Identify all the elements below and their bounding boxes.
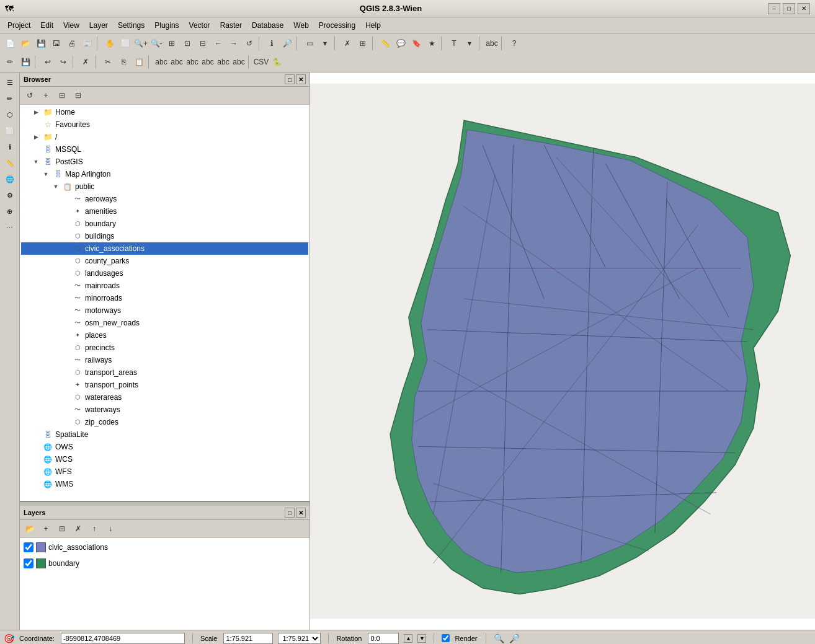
zoom-layer-btn[interactable]: ⊡ xyxy=(180,36,195,51)
tree-item-railways[interactable]: 〜railways xyxy=(21,354,308,366)
label5-btn[interactable]: abc xyxy=(216,55,231,69)
more-tool[interactable]: ⋯ xyxy=(2,220,17,235)
save-edits-btn[interactable]: 💾 xyxy=(18,55,33,69)
tree-item-spatialite[interactable]: 🗄SpatiaLite xyxy=(21,428,308,441)
menu-view[interactable]: View xyxy=(58,19,84,32)
label3-btn[interactable]: abc xyxy=(185,55,200,69)
minimize-button[interactable]: – xyxy=(768,3,780,14)
menu-processing[interactable]: Processing xyxy=(314,19,360,32)
tree-item-home[interactable]: ▶📁Home xyxy=(21,106,308,118)
rotation-up-btn[interactable]: ▲ xyxy=(404,634,412,643)
tree-item-public[interactable]: ▼📋public xyxy=(21,180,308,193)
tree-item-motorways[interactable]: 〜motorways xyxy=(21,304,308,317)
tree-item-transport_areas[interactable]: ⬡transport_areas xyxy=(21,366,308,379)
menu-help[interactable]: Help xyxy=(360,19,386,32)
layers-add-layer-btn[interactable]: + xyxy=(38,521,53,536)
menu-layer[interactable]: Layer xyxy=(84,19,113,32)
browser-add-btn[interactable]: + xyxy=(38,88,53,103)
tree-item-map-arlington[interactable]: ▼🗄Map Arlington xyxy=(21,168,308,180)
deselect-btn[interactable]: ✗ xyxy=(340,36,355,51)
layers-up-btn[interactable]: ↑ xyxy=(87,521,102,536)
edit-mode-btn[interactable]: ✏ xyxy=(2,55,17,69)
identify-selection-btn[interactable]: 🔎 xyxy=(280,36,295,51)
layers-remove-btn[interactable]: ✗ xyxy=(71,521,86,536)
layers-pin-btn[interactable]: □ xyxy=(285,508,295,518)
menu-project[interactable]: Project xyxy=(2,19,35,32)
tree-item-county_parks[interactable]: ⬡county_parks xyxy=(21,255,308,267)
snap-tool[interactable]: ⊕ xyxy=(2,204,17,219)
python-btn[interactable]: 🐍 xyxy=(269,55,284,69)
menu-raster[interactable]: Raster xyxy=(215,19,247,32)
scale-input[interactable] xyxy=(223,633,273,644)
tree-item-waterways[interactable]: 〜waterways xyxy=(21,404,308,416)
tree-item-amenities[interactable]: ✦amenities xyxy=(21,205,308,218)
measure-btn[interactable]: 📏 xyxy=(378,36,393,51)
zoom-full-btn[interactable]: ⊞ xyxy=(164,36,179,51)
zoom-out-status-btn[interactable]: 🔍 xyxy=(494,633,504,643)
close-button[interactable]: ✕ xyxy=(798,3,810,14)
menu-plugins[interactable]: Plugins xyxy=(149,19,184,32)
open-table-btn[interactable]: ⊞ xyxy=(355,36,370,51)
tree-item-wms[interactable]: 🌐WMS xyxy=(21,478,308,490)
label2-btn[interactable]: abc xyxy=(169,55,184,69)
tree-item-favourites[interactable]: ☆Favourites xyxy=(21,118,308,131)
tree-item-postgis[interactable]: ▼🗄PostGIS xyxy=(21,156,308,168)
tree-item-civic_associations[interactable]: ⬡civic_associations xyxy=(21,242,308,255)
paste-btn[interactable]: 📋 xyxy=(131,55,146,69)
label1-btn[interactable]: abc xyxy=(154,55,169,69)
redo-btn[interactable]: ↪ xyxy=(56,55,71,69)
layers-open-layer-btn[interactable]: 📂 xyxy=(22,521,37,536)
copy-btn[interactable]: ⎘ xyxy=(116,55,131,69)
tree-item-boundary[interactable]: ⬡boundary xyxy=(21,218,308,230)
menu-edit[interactable]: Edit xyxy=(35,19,58,32)
zoom-in-status-btn[interactable]: 🔎 xyxy=(509,633,520,643)
tree-item-zip_codes[interactable]: ⬡zip_codes xyxy=(21,416,308,428)
save-project-btn[interactable]: 💾 xyxy=(33,36,48,51)
identify-btn[interactable]: ℹ xyxy=(264,36,279,51)
tree-item-buildings[interactable]: ⬡buildings xyxy=(21,230,308,242)
refresh-btn[interactable]: ↺ xyxy=(242,36,257,51)
zoom-prev-btn[interactable]: ← xyxy=(211,36,226,51)
zoom-selection-btn[interactable]: ⊟ xyxy=(195,36,210,51)
menu-web[interactable]: Web xyxy=(288,19,313,32)
select-tool[interactable]: ⬜ xyxy=(2,123,17,138)
settings-tool[interactable]: ⚙ xyxy=(2,188,17,203)
map-tips-btn[interactable]: 💬 xyxy=(393,36,408,51)
browser-filter-btn[interactable]: ⊟ xyxy=(55,88,69,103)
delete-btn[interactable]: ✗ xyxy=(78,55,93,69)
layer-item-civic[interactable]: civic_associations xyxy=(21,539,308,555)
tree-item-wfs[interactable]: 🌐WFS xyxy=(21,465,308,478)
measure-tool[interactable]: 📏 xyxy=(2,156,17,170)
browser-close-btn[interactable]: ✕ xyxy=(296,74,306,84)
tree-item-root[interactable]: ▶📁/ xyxy=(21,131,308,143)
tree-item-places[interactable]: ✦places xyxy=(21,329,308,342)
undo-btn[interactable]: ↩ xyxy=(40,55,55,69)
tree-item-landusages[interactable]: ⬡landusages xyxy=(21,267,308,280)
layers-close-btn[interactable]: ✕ xyxy=(296,508,306,518)
identify-tool[interactable]: ℹ xyxy=(2,139,17,154)
layers-filter-btn[interactable]: ⊟ xyxy=(55,521,69,536)
maximize-button[interactable]: □ xyxy=(783,3,795,14)
layers-down-btn[interactable]: ↓ xyxy=(103,521,118,536)
browser-pin-btn[interactable]: □ xyxy=(285,74,295,84)
pan-btn[interactable]: ✋ xyxy=(102,36,117,51)
save-as-btn[interactable]: 🖫 xyxy=(49,36,64,51)
new-project-btn[interactable]: 📄 xyxy=(2,36,17,51)
new-bookmark-btn[interactable]: ★ xyxy=(424,36,439,51)
digitize-tool[interactable]: ⬡ xyxy=(2,107,17,122)
csv-btn[interactable]: CSV xyxy=(254,55,269,69)
help-btn[interactable]: ? xyxy=(507,36,522,51)
tree-item-mainroads[interactable]: 〜mainroads xyxy=(21,280,308,292)
label6-btn[interactable]: abc xyxy=(231,55,246,69)
browser-tree[interactable]: ▶📁Home☆Favourites▶📁/🗄MSSQL▼🗄PostGIS▼🗄Map… xyxy=(20,105,310,501)
edit-tool[interactable]: ✏ xyxy=(2,91,17,106)
select-rect-btn[interactable]: ▭ xyxy=(302,36,317,51)
print-composer-btn[interactable]: 📰 xyxy=(80,36,95,51)
menu-database[interactable]: Database xyxy=(247,19,288,32)
menu-vector[interactable]: Vector xyxy=(184,19,215,32)
label-btn[interactable]: abc xyxy=(484,36,499,51)
rotation-down-btn[interactable]: ▼ xyxy=(417,634,426,643)
open-project-btn[interactable]: 📂 xyxy=(18,36,33,51)
annotation-dropdown-btn[interactable]: ▾ xyxy=(462,36,477,51)
browser-refresh-btn[interactable]: ↺ xyxy=(22,88,37,103)
